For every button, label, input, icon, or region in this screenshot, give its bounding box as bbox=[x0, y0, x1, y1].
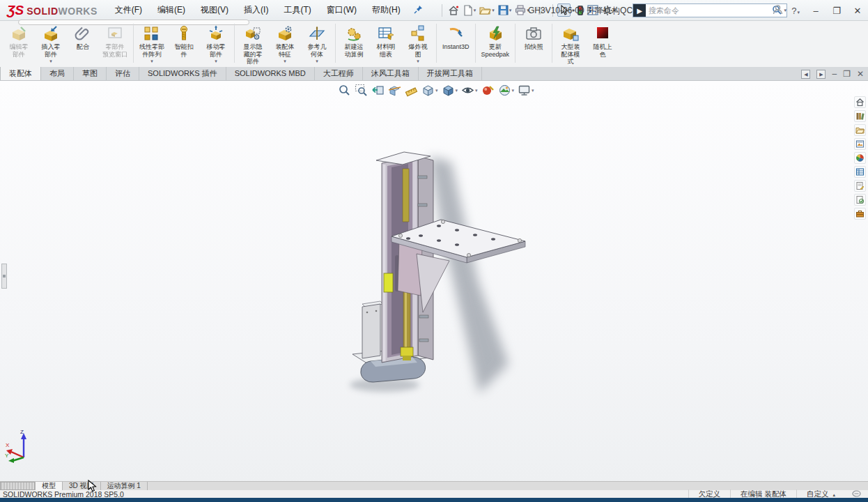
show-hidden-components-icon bbox=[244, 24, 262, 43]
new-motion-study-label: 新建运 动算例 bbox=[345, 43, 364, 58]
pane-splitter-grip[interactable] bbox=[0, 482, 35, 490]
coordinate-triad: Z X Y bbox=[4, 428, 33, 463]
title-bar: ƷS SOLID WORKS 文件(F) 编辑(E) 视图(V) 插入(I) 工… bbox=[0, 0, 868, 21]
home-button[interactable] bbox=[447, 3, 461, 17]
edit-appearance-icon[interactable] bbox=[481, 83, 495, 98]
tab-solidworks-addins[interactable]: SOLIDWORKS 插件 bbox=[139, 67, 226, 80]
window-close-button[interactable]: ✕ bbox=[850, 6, 865, 16]
linear-component-pattern-button[interactable]: 线性零部 件阵列 ▾ bbox=[136, 22, 168, 65]
menu-tools[interactable]: 工具(T) bbox=[276, 0, 318, 20]
file-explorer-icon[interactable] bbox=[854, 124, 866, 136]
tab-evaluate[interactable]: 评估 bbox=[107, 67, 139, 80]
collapse-pane-left-button[interactable]: ◀ bbox=[801, 70, 810, 79]
zoom-to-area-icon[interactable] bbox=[354, 83, 369, 98]
pin-menu-icon[interactable] bbox=[414, 5, 423, 16]
doc-minimize-button[interactable]: – bbox=[832, 69, 837, 79]
update-speedpak-button[interactable]: 更新 Speedpak bbox=[478, 22, 513, 65]
doc-close-button[interactable]: ✕ bbox=[857, 69, 864, 79]
menu-bar: 文件(F) 编辑(E) 视图(V) 插入(I) 工具(T) 窗口(W) 帮助(H… bbox=[107, 0, 428, 20]
window-minimize-button[interactable]: – bbox=[808, 6, 823, 16]
linear-component-pattern-caret[interactable]: ▾ bbox=[150, 59, 153, 64]
exploded-view-caret[interactable]: ▾ bbox=[417, 59, 419, 64]
tab-kaiba-toolbox[interactable]: 开拔网工具箱 bbox=[419, 67, 482, 80]
exploded-view-button[interactable]: 爆炸视 图 ▾ bbox=[402, 22, 434, 65]
large-assembly-mode-button[interactable]: 大型装 配体模 式 bbox=[555, 22, 587, 73]
move-component-caret[interactable]: ▾ bbox=[215, 59, 217, 64]
measure-icon[interactable] bbox=[404, 83, 419, 98]
tab-mufeng-toolbox[interactable]: 沐风工具箱 bbox=[363, 67, 419, 80]
bill-of-materials-button[interactable]: 材料明 细表 bbox=[370, 22, 402, 65]
instant3d-button[interactable]: Instant3D bbox=[439, 22, 473, 58]
solidworks-resources-icon[interactable] bbox=[854, 96, 866, 108]
view-settings-icon[interactable]: ▾ bbox=[517, 83, 535, 98]
view-palette-icon[interactable] bbox=[854, 138, 866, 150]
edit-component-button[interactable]: 编辑零 部件 bbox=[3, 22, 35, 65]
insert-components-button[interactable]: 插入零 部件 ▾ bbox=[35, 22, 67, 65]
doc-restore-button[interactable]: ❐ bbox=[843, 69, 851, 79]
reference-geometry-caret[interactable]: ▾ bbox=[316, 59, 318, 64]
insert-components-icon bbox=[42, 24, 60, 43]
display-style-icon[interactable]: ▾ bbox=[441, 83, 459, 98]
custom-properties-icon[interactable] bbox=[854, 166, 866, 178]
tab-solidworks-mbd[interactable]: SOLIDWORKS MBD bbox=[226, 67, 315, 80]
tab-da-gong-cheng-shi[interactable]: 大工程师 bbox=[315, 67, 363, 80]
assembly-features-button[interactable]: 装配体 特征 ▾ bbox=[269, 22, 301, 65]
reference-geometry-button[interactable]: 参考几 何体 ▾ bbox=[301, 22, 333, 65]
menu-view[interactable]: 视图(V) bbox=[193, 0, 236, 20]
component-preview-window-button[interactable]: 零部件 预览窗口 bbox=[99, 22, 131, 65]
move-component-button[interactable]: 移动零 部件 ▾ bbox=[200, 22, 232, 65]
menu-window[interactable]: 窗口(W) bbox=[319, 0, 364, 20]
linear-component-pattern-icon bbox=[143, 24, 161, 43]
take-snapshot-button[interactable]: 拍快照 bbox=[518, 22, 550, 58]
user-account-icon[interactable] bbox=[773, 4, 783, 17]
apply-scene-icon[interactable]: ▾ bbox=[497, 83, 516, 98]
tab-sketch[interactable]: 草图 bbox=[74, 67, 107, 80]
smart-fasteners-button[interactable]: 智能扣 件 bbox=[168, 22, 200, 65]
design-checker-icon[interactable] bbox=[854, 194, 866, 206]
tag-icon[interactable] bbox=[845, 490, 861, 499]
random-color-button[interactable]: 随机上 色 bbox=[587, 22, 619, 65]
graphics-viewport[interactable]: ▾ ▾ ▾ ▾ ▾ bbox=[0, 81, 868, 481]
show-hidden-components-button[interactable]: 显示隐 藏的零 部件 bbox=[237, 22, 269, 73]
new-document-button[interactable]: ▾ bbox=[462, 3, 478, 17]
triad-y-label: Y bbox=[5, 452, 9, 459]
tab-assembly[interactable]: 装配体 bbox=[0, 67, 41, 80]
move-component-icon bbox=[207, 24, 225, 43]
section-view-icon[interactable] bbox=[387, 83, 402, 98]
save-caret[interactable]: ▾ bbox=[509, 8, 512, 13]
featuremanager-splitter-handle[interactable] bbox=[1, 264, 7, 289]
solidworks-logo: ƷS SOLID WORKS bbox=[0, 3, 107, 18]
appearances-scenes-icon[interactable] bbox=[854, 152, 866, 164]
previous-view-icon[interactable] bbox=[371, 83, 385, 98]
ds-logo-icon: ƷS bbox=[7, 3, 24, 18]
design-library-icon[interactable] bbox=[854, 110, 866, 122]
menu-insert[interactable]: 插入(I) bbox=[236, 0, 276, 20]
hide-show-items-icon[interactable]: ▾ bbox=[460, 83, 479, 98]
window-maximize-button[interactable]: ❐ bbox=[829, 6, 844, 16]
insert-components-caret[interactable]: ▾ bbox=[49, 59, 52, 64]
save-button[interactable]: ▾ bbox=[497, 3, 513, 17]
assembly-features-caret[interactable]: ▾ bbox=[284, 59, 286, 64]
tab-model[interactable]: 模型 bbox=[35, 482, 63, 490]
exploded-view-icon bbox=[409, 24, 427, 43]
search-input[interactable] bbox=[646, 6, 770, 15]
open-button[interactable]: ▾ bbox=[478, 3, 496, 17]
zoom-to-fit-icon[interactable] bbox=[337, 83, 352, 98]
toolbar-separator bbox=[442, 4, 442, 17]
menu-file[interactable]: 文件(F) bbox=[107, 0, 150, 20]
search-command-icon[interactable]: ▶ bbox=[633, 4, 646, 17]
open-caret[interactable]: ▾ bbox=[492, 8, 495, 13]
menu-help[interactable]: 帮助(H) bbox=[364, 0, 408, 20]
collapse-pane-right-button[interactable]: ▶ bbox=[816, 70, 826, 79]
model-3d[interactable] bbox=[334, 137, 550, 402]
mate-button[interactable]: 配合 bbox=[67, 22, 99, 58]
new-document-caret[interactable]: ▾ bbox=[474, 8, 476, 13]
solidworks-forum-icon[interactable] bbox=[854, 180, 866, 192]
toolbox-icon[interactable] bbox=[854, 208, 866, 220]
view-orientation-icon[interactable]: ▾ bbox=[421, 83, 439, 98]
help-button[interactable]: ?▾ bbox=[789, 6, 803, 16]
tab-motion-study-1[interactable]: 运动算例 1 bbox=[101, 482, 148, 490]
new-motion-study-button[interactable]: 新建运 动算例 bbox=[338, 22, 370, 65]
menu-edit[interactable]: 编辑(E) bbox=[150, 0, 193, 20]
tab-layout[interactable]: 布局 bbox=[41, 67, 74, 80]
